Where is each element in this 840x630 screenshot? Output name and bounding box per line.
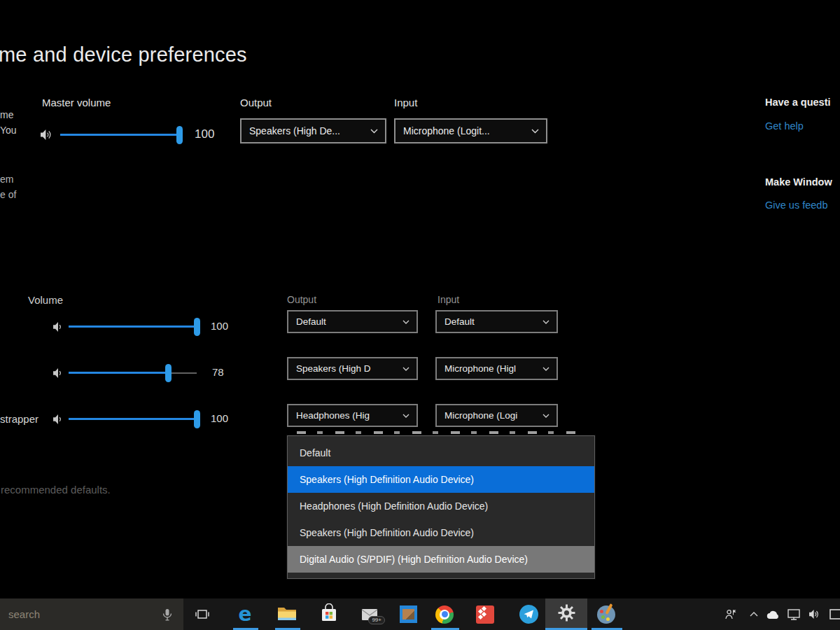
dropdown-item[interactable]: Headphones (High Definition Audio Device…	[288, 493, 594, 519]
app-name-label: strapper	[0, 413, 38, 425]
dropdown-item[interactable]: Digital Audio (S/PDIF) (High Definition …	[288, 546, 594, 573]
search-placeholder-text: search	[8, 608, 162, 620]
keyboard-tray-icon[interactable]	[827, 598, 840, 630]
dropdown-item[interactable]: Default	[288, 440, 594, 466]
file-explorer-button[interactable]	[273, 598, 301, 630]
onedrive-cloud-icon[interactable]	[764, 598, 783, 630]
app-volume-slider[interactable]	[69, 316, 197, 337]
chrome-icon	[435, 606, 454, 624]
slider-thumb[interactable]	[176, 126, 183, 144]
get-help-link[interactable]: Get help	[765, 120, 804, 132]
app-output-select[interactable]: Speakers (High D	[287, 357, 418, 380]
app-volume-slider[interactable]	[69, 363, 197, 384]
slider-fill	[69, 418, 197, 420]
master-output-select[interactable]: Speakers (High De...	[240, 118, 386, 144]
paint-palette-icon	[597, 606, 615, 624]
app-input-select[interactable]: Microphone (Higl	[435, 357, 558, 380]
app-volume-settings-screen: { "colors": { "accent": "#0078d7", "slid…	[0, 0, 840, 630]
chevron-down-icon	[531, 129, 539, 134]
output-label: Output	[240, 97, 272, 108]
left-text-fragment: me	[0, 109, 13, 120]
master-volume-label: Master volume	[42, 97, 111, 108]
app-input-select[interactable]: Default	[435, 310, 558, 333]
red-app-button[interactable]	[471, 598, 499, 630]
chevron-down-icon	[402, 414, 410, 418]
selected-input-value: Microphone (Logit...	[403, 125, 490, 136]
telegram-app-button[interactable]	[514, 598, 542, 630]
master-input-select[interactable]: Microphone (Logit...	[394, 118, 547, 144]
master-volume-value: 100	[195, 127, 214, 141]
photos-icon	[400, 606, 417, 623]
slider-rest	[169, 372, 197, 374]
app-volume-value: 100	[211, 320, 228, 332]
telegram-icon	[519, 605, 538, 624]
app-volume-value: 78	[212, 366, 224, 378]
settings-app-button[interactable]	[545, 598, 587, 630]
edge-browser-button[interactable]: e	[231, 598, 259, 630]
selected-input-value: Default	[444, 316, 475, 327]
dropdown-item[interactable]: Speakers (High Definition Audio Device)	[288, 519, 594, 546]
app-output-select[interactable]: Headphones (Hig	[287, 404, 418, 427]
left-text-fragment: em	[0, 174, 13, 185]
left-text-fragment: e of	[0, 189, 16, 200]
output-column-header: Output	[287, 294, 316, 305]
speaker-icon	[41, 129, 53, 144]
store-icon	[320, 603, 338, 625]
slider-thumb[interactable]	[165, 364, 172, 382]
network-icon[interactable]	[785, 598, 804, 630]
taskbar-search-box[interactable]: search	[0, 598, 183, 630]
device-dropdown-list: Default Speakers (High Definition Audio …	[287, 435, 595, 579]
app-volume-slider[interactable]	[69, 409, 197, 430]
chevron-down-icon	[402, 367, 410, 371]
speaker-icon	[53, 414, 65, 428]
reset-defaults-note: recommended defaults.	[1, 484, 111, 496]
edge-icon: e	[239, 605, 252, 624]
speaker-icon	[53, 368, 65, 382]
paint-app-button[interactable]	[590, 598, 622, 630]
photos-app-button[interactable]	[394, 598, 422, 630]
app-input-select[interactable]: Microphone (Logi	[435, 404, 558, 427]
unread-count-badge: 99+	[368, 616, 385, 624]
slider-thumb[interactable]	[194, 410, 200, 428]
page-title: me and device preferences	[0, 43, 247, 66]
chrome-browser-button[interactable]	[430, 598, 458, 630]
chevron-down-icon	[542, 320, 550, 324]
slider-fill	[69, 372, 169, 374]
mail-icon: 99+	[361, 607, 379, 622]
selected-input-value: Microphone (Logi	[444, 410, 517, 421]
input-column-header: Input	[438, 294, 459, 305]
folder-icon	[277, 606, 297, 624]
make-windows-better-title: Make Window	[765, 176, 832, 188]
chevron-down-icon	[542, 414, 550, 418]
covered-row-fragments	[297, 431, 582, 434]
left-text-fragment: You	[0, 125, 17, 136]
dropdown-item[interactable]: Speakers (High Definition Audio Device)	[288, 466, 594, 493]
input-label: Input	[394, 97, 417, 108]
slider-fill	[69, 326, 197, 328]
microsoft-store-button[interactable]	[315, 598, 343, 630]
chevron-down-icon	[370, 129, 378, 134]
selected-output-value: Default	[296, 316, 326, 327]
slider-thumb[interactable]	[194, 318, 200, 336]
volume-column-header: Volume	[28, 294, 63, 306]
master-volume-slider[interactable]	[60, 125, 179, 146]
people-button[interactable]	[721, 598, 741, 630]
app-volume-value: 100	[211, 412, 228, 424]
chevron-down-icon	[402, 320, 410, 324]
volume-tray-icon[interactable]	[806, 598, 823, 630]
selected-input-value: Microphone (Higl	[444, 363, 516, 374]
give-feedback-link[interactable]: Give us feedb	[765, 200, 827, 211]
selected-output-value: Headphones (Hig	[296, 410, 370, 421]
app-output-select[interactable]: Default	[287, 310, 418, 333]
task-view-button[interactable]	[190, 598, 214, 630]
speaker-icon	[53, 321, 65, 335]
microphone-icon[interactable]	[162, 608, 172, 621]
selected-output-value: Speakers (High D	[296, 363, 371, 374]
show-hidden-icons-chevron[interactable]	[746, 598, 762, 630]
have-a-question-title: Have a questi	[765, 97, 831, 108]
red-app-icon	[476, 606, 494, 624]
taskbar: search e 99+	[0, 598, 840, 630]
gear-icon	[558, 604, 575, 624]
mail-app-button[interactable]: 99+	[356, 598, 385, 630]
chevron-down-icon	[542, 367, 550, 371]
